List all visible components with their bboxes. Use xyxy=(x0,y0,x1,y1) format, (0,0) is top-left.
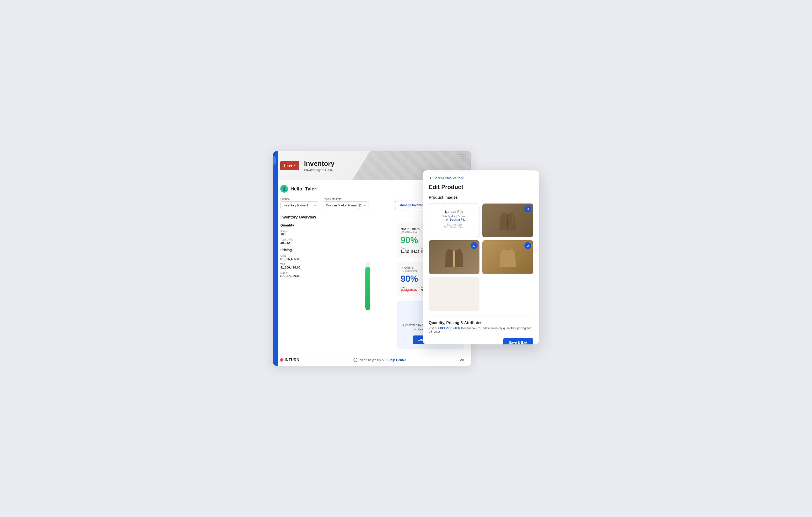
whl-label: WHL xyxy=(280,263,339,266)
select-file-link[interactable]: ... or Select a File xyxy=(433,218,475,221)
header-dots xyxy=(447,153,466,173)
greeting-text: Hello, Tyler! xyxy=(290,186,318,192)
inturn-diamond-icon xyxy=(280,358,284,362)
edit-panel-title: Edit Product xyxy=(429,184,533,191)
pricing-select[interactable]: Custom Market Name ($) xyxy=(323,201,369,209)
total-units-stat: Total Units 30,812 xyxy=(280,238,339,245)
qty-section: Quantity, Pricing & Attributes Visit our… xyxy=(429,316,533,333)
avatar: 👤 xyxy=(280,185,288,193)
file-types-text: .jpg .png .jpeg Max. filesize 10mb xyxy=(433,223,475,229)
sidebar-item-bell[interactable] xyxy=(273,320,276,329)
brand-title: Inventory Powered by INTURN xyxy=(304,160,335,172)
sidebar-item-chat[interactable] xyxy=(273,331,276,340)
product-images-grid: Upload File Simply drag & drop ... or Se… xyxy=(429,203,533,311)
sidebar-item-user[interactable] xyxy=(273,352,276,361)
quantity-heading: Quantity xyxy=(280,223,339,227)
sidebar-item-grid[interactable] xyxy=(273,167,276,175)
whl-stat: WHL $1,606,486.00 xyxy=(280,263,339,269)
brand-logo: Levi's xyxy=(280,161,299,170)
product-image-2: ⚙ xyxy=(429,240,480,274)
help-text-label: Need help? Try our xyxy=(359,358,386,362)
msrp-stat: MSRP $7,057,360.00 xyxy=(280,271,339,278)
sidebar-item-tag[interactable] xyxy=(273,310,276,319)
svg-rect-16 xyxy=(453,251,455,267)
back-link[interactable]: Back to Product Page xyxy=(429,176,533,180)
sidebar-item-arrow[interactable] xyxy=(273,156,276,165)
stats-section: Quantity Items 184 Total Units 30,812 Pr… xyxy=(280,223,339,349)
upload-title: Upload File xyxy=(433,210,475,214)
svg-point-14 xyxy=(507,220,509,221)
whl-value: $1,606,486.00 xyxy=(280,266,339,269)
sidebar-item-plus[interactable] xyxy=(273,177,276,186)
items-label: Items xyxy=(280,230,339,232)
progress-section xyxy=(344,223,392,349)
brand-subtitle: Powered by INTURN xyxy=(304,168,335,172)
product-images-title: Product Images xyxy=(429,195,533,200)
product-image-4-placeholder xyxy=(429,277,480,311)
product-image-3: ⚙ xyxy=(482,240,533,274)
items-stat: Items 184 xyxy=(280,230,339,236)
in-offers-cost: Cost $184,092.75 xyxy=(401,286,419,292)
upload-box[interactable]: Upload File Simply drag & drop ... or Se… xyxy=(429,203,480,237)
channel-select[interactable]: Inventory Name 1 xyxy=(280,201,319,209)
drag-drop-text: Simply drag & drop xyxy=(433,214,475,218)
progress-fill xyxy=(366,267,370,310)
scene: Levi's Inventory Powered by INTURN 👤 Hel… xyxy=(273,151,539,366)
cost-stat: Cost $1,606,486.00 xyxy=(280,254,339,261)
qty-title: Quantity, Pricing & Attributes xyxy=(429,321,533,325)
panel-footer: Save & Exit xyxy=(429,338,533,344)
pricing-group: Pricing Markets Custom Market Name ($) xyxy=(323,198,369,209)
card-footer: INTURN Need help? Try our Help Center Ab xyxy=(273,354,471,366)
image-2-settings-button[interactable]: ⚙ xyxy=(471,242,477,249)
help-center-qty-link[interactable]: HELP CENTER xyxy=(440,326,460,330)
total-units-label: Total Units xyxy=(280,238,339,241)
pricing-heading: Pricing xyxy=(280,248,339,252)
product-image-1: ⚙ xyxy=(482,203,533,237)
not-in-offers-cost: Cost $1,422,393.25 xyxy=(401,247,419,253)
msrp-label: MSRP xyxy=(280,271,339,274)
msrp-value: $7,057,360.00 xyxy=(280,274,339,278)
pricing-label: Pricing Markets xyxy=(323,198,369,200)
svg-point-15 xyxy=(507,223,509,225)
save-exit-button[interactable]: Save & Exit xyxy=(503,338,533,344)
image-3-settings-button[interactable]: ⚙ xyxy=(524,242,531,249)
cost-label: Cost xyxy=(280,254,339,257)
items-value: 184 xyxy=(280,232,339,236)
sidebar-item-globe[interactable] xyxy=(273,342,276,350)
total-units-value: 30,812 xyxy=(280,241,339,245)
progress-bar xyxy=(366,262,370,310)
channel-label: Channel xyxy=(280,198,319,200)
help-center-link[interactable]: Help Center xyxy=(388,358,406,362)
channel-group: Channel Inventory Name 1 xyxy=(280,198,319,209)
help-text: Need help? Try our Help Center xyxy=(353,358,406,362)
inturn-logo: INTURN xyxy=(280,358,299,362)
image-1-settings-button[interactable]: ⚙ xyxy=(524,205,531,212)
qty-description: Visit our HELP CENTER to learn how to up… xyxy=(429,326,533,333)
cost-value: $1,606,486.00 xyxy=(280,257,339,261)
edit-panel: Back to Product Page Edit Product Produc… xyxy=(423,170,539,344)
about-link[interactable]: Ab xyxy=(460,358,464,362)
sidebar xyxy=(273,151,278,366)
brand-title-text: Inventory xyxy=(304,160,335,168)
